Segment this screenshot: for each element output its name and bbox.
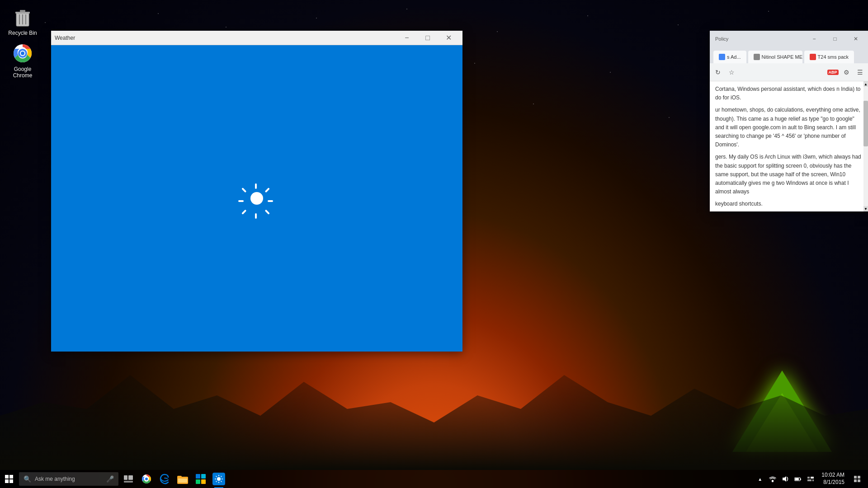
chrome-adblock-button[interactable]: ABP [827,67,838,78]
chrome-policy-text: Policy [712,36,804,42]
taskbar-app-chrome[interactable] [137,470,156,488]
chrome-tab-2[interactable]: Nitinol SHAPE MEM... [748,51,802,63]
taskbar-app-edge[interactable] [156,470,174,488]
taskbar-app-explorer[interactable] [174,470,192,488]
svg-line-39 [216,481,217,482]
svg-rect-19 [128,475,133,480]
svg-rect-43 [795,478,799,480]
chrome-star-button[interactable]: ☆ [726,67,737,78]
chrome-scrollbar-thumb[interactable] [863,101,868,146]
svg-rect-1 [15,12,30,14]
tray-notification-icon[interactable] [805,470,816,488]
tab2-favicon [754,54,760,60]
tray-chevron-icon: ▲ [758,477,762,482]
taskbar-store-icon [196,474,206,484]
chrome-settings-button[interactable]: ⚙ [841,67,852,78]
svg-rect-28 [201,474,206,479]
weather-loading-sun [241,183,273,214]
tray-volume-icon[interactable] [780,470,791,488]
weather-window: Weather − □ ✕ [51,31,462,352]
chrome-paragraph-4: keyboard shortcuts. [715,200,863,208]
svg-rect-26 [178,479,187,483]
windows-logo-icon [5,475,13,483]
chrome-scrollbar-down[interactable]: ▼ [863,206,868,211]
chrome-tab-3[interactable]: T24 sms pack [804,51,854,63]
notification-center-icon [807,476,814,482]
svg-rect-18 [124,475,127,480]
desktop-icon-recycle-bin[interactable]: Recycle Bin [5,5,41,38]
svg-rect-50 [854,479,857,482]
chrome-menu-button[interactable]: ☰ [854,67,865,78]
tent-decoration [732,371,832,452]
taskbar-app-weather[interactable] [210,470,228,488]
task-view-icon [124,475,133,483]
chrome-icon [12,42,33,64]
taskbar-clock[interactable]: 10:02 AM 8/1/2015 [818,472,848,486]
svg-point-10 [21,52,24,55]
weather-maximize-button[interactable]: □ [417,31,438,45]
svg-rect-17 [9,479,13,483]
taskbar-chrome-icon [141,474,152,484]
chrome-menu-icon: ☰ [857,69,863,76]
taskbar-weather-icon [212,473,225,485]
chrome-icon-label: Google Chrome [6,66,39,79]
taskbar-app-store[interactable] [192,470,210,488]
svg-rect-2 [20,10,25,12]
svg-rect-45 [811,477,814,479]
svg-rect-47 [812,479,814,481]
adblock-badge: ABP [827,70,839,75]
taskbar-search-label: Ask me anything [35,476,75,482]
svg-rect-12 [754,54,760,60]
taskbar-edge-icon [159,474,170,484]
chrome-content-text: Cortana, Windows personal assistant, whi… [710,81,868,211]
svg-rect-51 [858,479,860,482]
svg-line-38 [221,476,222,477]
svg-rect-27 [196,474,200,479]
tray-network-icon[interactable] [767,470,778,488]
svg-rect-48 [854,476,857,479]
svg-rect-13 [810,54,816,60]
taskbar-search-box[interactable]: 🔍 Ask me anything 🎤 [19,472,118,486]
chrome-tab-1[interactable]: s Ad... [713,51,746,63]
svg-rect-29 [196,479,200,484]
taskbar-explorer-icon [177,474,188,484]
weather-window-controls: − □ ✕ [396,31,459,45]
taskbar-search-icon: 🔍 [24,475,31,483]
chrome-reload-button[interactable]: ↻ [712,67,723,78]
svg-rect-30 [201,479,206,484]
chrome-maximize-button[interactable]: □ [825,32,845,46]
tab3-favicon [810,54,816,60]
task-view-button[interactable] [119,470,137,488]
desktop-icon-chrome[interactable]: Google Chrome [5,41,41,81]
sun-circle [250,192,263,205]
svg-rect-14 [5,475,9,479]
weather-content [51,45,462,352]
svg-point-31 [217,477,221,481]
taskbar-mic-icon: 🎤 [106,475,114,483]
network-icon [769,475,776,483]
taskbar-systray: ▲ [755,470,868,488]
recycle-bin-icon [12,6,33,28]
start-button[interactable] [0,470,18,488]
svg-rect-42 [800,479,801,480]
battery-icon [794,475,802,483]
tray-battery-icon[interactable] [793,470,803,488]
chrome-paragraph-2: ur hometown, shops, do calculations, eve… [715,106,863,149]
chrome-reload-icon: ↻ [715,69,721,76]
chrome-scrollbar-up[interactable]: ▲ [863,81,868,87]
chrome-paragraph-1: Cortana, Windows personal assistant, whi… [715,85,863,102]
svg-line-36 [216,476,217,477]
tray-hidden-icons-button[interactable]: ▲ [755,470,765,488]
weather-close-button[interactable]: ✕ [438,31,459,45]
chrome-browser-window: Policy − □ ✕ s Ad... Nitinol SHAPE MEM..… [710,31,868,211]
action-center-icon [854,475,861,483]
chrome-minimize-button[interactable]: − [804,32,825,46]
chrome-settings-icon: ⚙ [844,69,849,76]
volume-icon [782,475,789,483]
weather-minimize-button[interactable]: − [396,31,417,45]
taskbar-date: 8/1/2015 [821,479,844,486]
chrome-close-button[interactable]: ✕ [845,32,866,46]
action-center-button[interactable] [850,470,864,488]
chrome-scrollbar-track[interactable]: ▲ ▼ [863,81,868,211]
chrome-content-area: Cortana, Windows personal assistant, whi… [710,81,868,211]
